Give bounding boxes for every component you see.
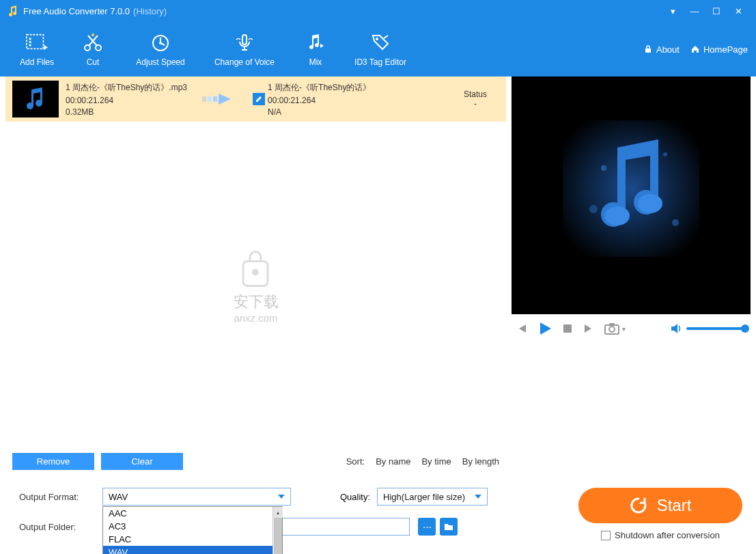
more-options-button[interactable]: ⋯ [418,518,436,536]
svg-rect-9 [242,35,247,44]
adjust-speed-label: Adjust Speed [136,57,184,67]
change-voice-label: Change of Voice [214,57,275,67]
snapshot-chevron-icon[interactable]: ▾ [622,325,626,333]
svg-rect-16 [563,120,699,257]
svg-rect-14 [213,96,217,102]
cut-button[interactable]: Cut [66,31,120,67]
start-button[interactable]: Start [578,488,742,523]
add-files-button[interactable]: Add Files [8,31,66,67]
refresh-icon [630,497,647,514]
change-voice-button[interactable]: Change of Voice [201,31,288,67]
volume-icon[interactable] [670,322,682,335]
open-folder-button[interactable] [440,518,458,536]
file-list-empty-area[interactable]: 安下载 anxz.com [5,122,506,449]
watermark: 安下载 anxz.com [234,247,279,323]
id3-editor-label: ID3 Tag Editor [354,57,406,67]
tag-icon [369,31,391,53]
svg-rect-2 [29,41,31,43]
quality-value: High(Larger file size) [383,492,465,502]
dropdown-scrollbar[interactable]: ▴ ▾ [272,507,282,554]
quality-label: Quality: [340,492,370,502]
sort-by-length[interactable]: By length [462,456,499,467]
svg-point-19 [589,205,598,213]
status-value: - [451,99,499,109]
app-title: Free Audio Converter 7.0.0 [23,6,130,16]
edit-icon[interactable] [253,93,265,105]
dropdown-button[interactable]: ▾ [662,3,684,19]
adjust-speed-button[interactable]: Adjust Speed [120,31,201,67]
svg-point-22 [605,206,630,225]
svg-point-20 [672,219,679,226]
svg-point-6 [92,33,94,36]
about-label: About [656,44,680,55]
id3-editor-button[interactable]: ID3 Tag Editor [343,31,418,67]
format-option[interactable]: FLAC [103,533,282,546]
clear-button[interactable]: Clear [101,453,183,470]
shutdown-label: Shutdown after conversion [615,530,720,540]
svg-rect-23 [563,324,572,333]
lock-icon [643,44,653,54]
homepage-button[interactable]: HomePage [690,44,748,55]
source-filename: 1 周杰伦-《听TheShy的话》.mp3 [66,82,187,94]
app-icon [7,5,19,17]
add-files-label: Add Files [20,57,54,67]
start-label: Start [657,496,692,515]
home-icon [690,44,700,54]
format-option[interactable]: AAC [103,507,282,520]
prev-button[interactable] [516,322,528,335]
svg-point-17 [601,165,606,171]
remove-button[interactable]: Remove [12,453,94,470]
output-format-label: Output Format: [19,492,94,502]
player-controls: ▾ [506,314,756,343]
mix-button[interactable]: Mix [288,31,343,67]
quality-select[interactable]: High(Larger file size) [377,488,488,505]
svg-rect-12 [202,96,206,102]
format-option-selected[interactable]: WAV [103,546,282,554]
about-button[interactable]: About [643,44,680,55]
list-actions-bar: Remove Clear Sort: By name By time By le… [5,449,506,474]
output-panel: Output Format: WAV AAC AC3 FLAC WAV AMR … [0,474,756,554]
maximize-button[interactable]: ☐ [705,3,727,19]
cut-icon [82,31,104,53]
sort-label: Sort: [346,456,365,467]
source-duration: 00:00:21.264 [66,96,187,105]
history-link[interactable]: (History) [133,6,167,16]
file-item[interactable]: 1 周杰伦-《听TheShy的话》.mp3 00:00:21.264 0.32M… [5,77,506,122]
output-format-dropdown: AAC AC3 FLAC WAV AMR OGG APE MKA ▴ ▾ [102,506,283,554]
svg-rect-11 [645,49,651,53]
close-button[interactable]: ✕ [727,3,749,19]
voice-icon [234,31,255,53]
scroll-up-button[interactable]: ▴ [273,507,283,518]
snapshot-button[interactable] [604,322,619,335]
watermark-text2: anxz.com [234,311,279,323]
svg-rect-3 [29,44,31,46]
svg-point-10 [376,38,378,40]
chevron-down-icon [475,495,481,499]
preview-artwork [563,120,699,257]
sort-by-name[interactable]: By name [376,456,410,467]
add-files-icon [26,31,48,53]
play-button[interactable] [537,321,552,336]
titlebar: Free Audio Converter 7.0.0 (History) ▾ —… [0,0,756,22]
volume-slider[interactable] [686,327,746,330]
shutdown-checkbox[interactable] [601,531,611,540]
svg-rect-1 [29,38,31,40]
target-format: N/A [268,107,371,117]
svg-point-21 [638,194,662,213]
output-format-value: WAV [109,492,128,502]
format-option[interactable]: AC3 [103,520,282,533]
scroll-thumb[interactable] [274,518,282,554]
app-window: Free Audio Converter 7.0.0 (History) ▾ —… [0,0,756,554]
mix-label: Mix [309,57,322,67]
svg-point-18 [663,152,667,156]
svg-rect-26 [609,323,615,326]
output-format-select[interactable]: WAV AAC AC3 FLAC WAV AMR OGG APE MKA ▴ [102,488,291,505]
minimize-button[interactable]: — [684,3,705,19]
next-button[interactable] [583,322,595,335]
sort-by-time[interactable]: By time [421,456,451,467]
target-filename: 1 周杰伦-《听TheShy的话》 [268,82,371,94]
homepage-label: HomePage [703,44,748,55]
svg-point-25 [609,327,615,332]
stop-button[interactable] [562,323,573,334]
watermark-text1: 安下载 [234,291,279,311]
